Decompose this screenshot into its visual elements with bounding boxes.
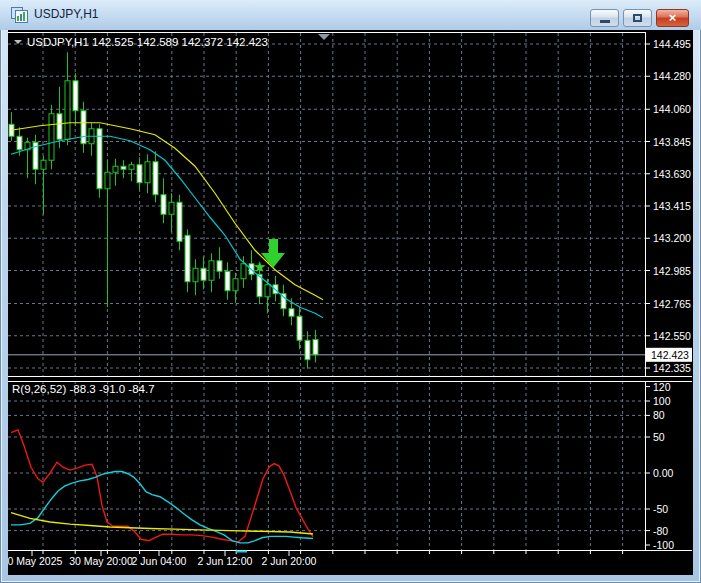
candle — [49, 114, 54, 161]
indicator-axis[interactable]: 12010080500.00-50-80-100 — [646, 381, 674, 551]
chart-window-icon — [11, 7, 28, 23]
star-icon[interactable]: ★ — [253, 258, 266, 275]
window-controls: × — [590, 9, 689, 27]
price-axis-label: 142.335 — [653, 362, 691, 374]
candle — [193, 268, 198, 282]
candle — [225, 271, 230, 291]
candle — [121, 166, 126, 169]
candle — [241, 264, 246, 279]
candle — [57, 114, 62, 140]
time-axis-label: 2 Jun 20:00 — [262, 555, 317, 567]
time-axis-label: 2 Jun 12:00 — [198, 555, 253, 567]
application-window: USDJPY,H1 × ★USDJPY,H1 142.525 142.589 1… — [0, 0, 701, 583]
minimize-button[interactable] — [590, 9, 619, 27]
chart-client-area: ★USDJPY,H1 142.525 142.589 142.372 142.4… — [8, 30, 693, 575]
candle — [313, 340, 318, 355]
indicator-line-R9 — [11, 430, 313, 542]
candle — [233, 279, 238, 291]
candle — [169, 202, 174, 214]
close-icon: × — [669, 11, 677, 24]
price-axis-label: 143.845 — [653, 136, 691, 148]
price-axis-label: 143.200 — [653, 232, 691, 244]
window-title: USDJPY,H1 — [34, 7, 98, 21]
title-bar[interactable]: USDJPY,H1 × — [0, 0, 701, 30]
indicator-lines — [11, 430, 313, 543]
indicator-axis-label: -100 — [653, 539, 674, 551]
candle — [17, 136, 22, 150]
indicator-header: R(9,26,52) -88.3 -91.0 -84.7 — [12, 383, 155, 395]
grid — [8, 33, 645, 550]
minimize-icon — [600, 20, 610, 23]
candle — [137, 165, 142, 183]
candle — [97, 129, 102, 189]
maximize-icon — [633, 14, 642, 22]
time-axis-label: 30 May 2025 — [8, 555, 63, 567]
candle — [201, 268, 206, 280]
candle — [177, 202, 182, 241]
candle — [289, 309, 294, 317]
chevron-down-icon[interactable] — [14, 40, 22, 44]
price-chart-canvas[interactable]: ★USDJPY,H1 142.525 142.589 142.372 142.4… — [8, 30, 693, 575]
candle — [145, 162, 150, 183]
price-axis-label: 144.060 — [653, 103, 691, 115]
indicator-axis-label: 80 — [653, 409, 665, 421]
ohlc-header: USDJPY,H1 142.525 142.589 142.372 142.42… — [27, 36, 268, 48]
candle — [161, 195, 166, 215]
candlesticks — [9, 52, 318, 369]
candle — [217, 261, 222, 272]
close-button[interactable]: × — [656, 9, 689, 27]
price-axis-label: 142.765 — [653, 298, 691, 310]
indicator-axis-label: 50 — [653, 431, 665, 443]
time-axis[interactable]: 30 May 202530 May 20:002 Jun 04:002 Jun … — [8, 551, 623, 567]
candle — [81, 111, 86, 144]
indicator-axis-label: -80 — [653, 525, 668, 537]
price-axis-label: 142.550 — [653, 330, 691, 342]
current-price-tag-label: 142.423 — [651, 349, 689, 361]
maximize-button[interactable] — [623, 9, 652, 27]
chart-shift-marker-icon[interactable] — [318, 34, 330, 40]
time-axis-label: 2 Jun 04:00 — [132, 555, 187, 567]
time-axis-label: 30 May 20:00 — [69, 555, 133, 567]
candle — [41, 160, 46, 169]
candle — [65, 81, 70, 140]
candle — [153, 162, 158, 195]
indicator-axis-label: 120 — [653, 381, 671, 393]
candle — [105, 172, 110, 189]
candle — [297, 316, 302, 340]
candle — [185, 235, 190, 282]
price-axis-label: 143.415 — [653, 200, 691, 212]
ma-yellow-line — [11, 123, 323, 300]
candle — [209, 261, 214, 281]
price-axis-label: 144.280 — [653, 70, 691, 82]
candle — [73, 81, 78, 111]
indicator-axis-label: -50 — [653, 503, 668, 515]
candle — [129, 165, 134, 170]
price-axis-label: 143.630 — [653, 168, 691, 180]
indicator-axis-label: 100 — [653, 395, 671, 407]
price-axis-label: 142.985 — [653, 265, 691, 277]
candle — [113, 166, 118, 172]
indicator-axis-label: 0.00 — [653, 467, 674, 479]
candle — [265, 285, 270, 297]
ma-cyan-line — [11, 136, 323, 318]
price-axis[interactable]: 144.495144.280144.060143.845143.630143.4… — [646, 38, 692, 374]
candle — [305, 340, 310, 360]
price-axis-label: 144.495 — [653, 38, 691, 50]
